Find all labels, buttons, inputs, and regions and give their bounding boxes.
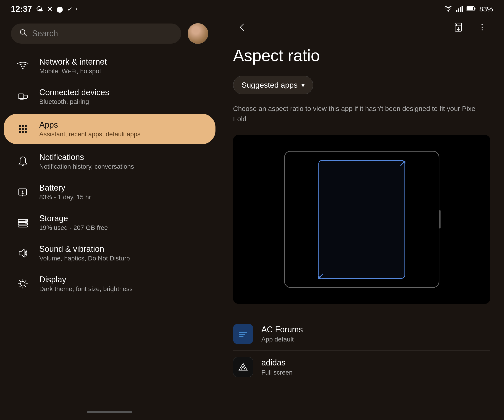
app-item-adidas[interactable]: adidas Full screen [233,350,490,384]
svg-line-42 [25,286,26,287]
svg-rect-12 [24,95,27,98]
apps-icon [15,121,31,137]
svg-point-24 [25,131,27,133]
svg-line-43 [25,281,26,282]
adidas-icon [233,357,253,377]
battery-status-icon [467,6,476,12]
sound-icon [15,245,31,261]
battery-percentage: 83% [479,5,493,13]
settings-item-display[interactable]: Display Dark theme, font size, brightnes… [4,268,216,299]
settings-item-apps[interactable]: Apps Assistant, recent apps, default app… [4,114,216,144]
svg-point-18 [25,125,27,127]
sound-subtitle: Volume, haptics, Do Not Disturb [39,255,130,262]
status-right: 83% [444,5,493,13]
svg-point-20 [22,128,24,130]
weather-icon: 🌤 [36,5,43,13]
app-list: AC Forums App default adidas [233,318,490,384]
nike-icon: ✓ [67,6,72,12]
connected-subtitle: Bluetooth, pairing [39,98,109,105]
battery-text-wrap: Battery 83% - 1 day, 15 hr [39,183,91,201]
ac-forums-status: App default [261,336,303,343]
notifications-title: Notifications [39,152,134,162]
settings-item-connected[interactable]: Connected devices Bluetooth, pairing [4,81,216,112]
svg-rect-55 [239,336,244,337]
display-title: Display [39,275,133,284]
network-subtitle: Mobile, Wi-Fi, hotspot [39,68,107,75]
svg-point-33 [26,220,27,221]
settings-list: Network & internet Mobile, Wi-Fi, hotspo… [0,51,219,407]
avatar[interactable] [188,23,208,44]
status-time: 12:37 [11,4,32,14]
svg-point-22 [19,131,21,133]
app-item-ac-forums[interactable]: AC Forums App default [233,318,490,350]
svg-rect-26 [26,191,27,193]
display-text: Display Dark theme, font size, brightnes… [39,275,133,293]
svg-rect-11 [18,94,24,98]
notifications-subtitle: Notification history, conversations [39,163,134,170]
svg-marker-35 [19,249,24,257]
search-placeholder: Search [32,29,173,38]
apps-subtitle: Assistant, recent apps, default apps [39,131,141,138]
back-button[interactable] [233,18,251,36]
connected-devices-icon [15,88,31,105]
storage-subtitle: 19% used - 207 GB free [39,224,108,231]
svg-point-51 [482,30,483,30]
svg-point-0 [448,10,449,12]
battery-icon [15,184,31,200]
search-bar[interactable]: Search [11,24,181,44]
connected-title: Connected devices [39,88,109,97]
svg-rect-54 [239,334,245,335]
header-actions [450,19,490,35]
sound-text: Sound & vibration Volume, haptics, Do No… [39,244,130,262]
left-panel: Search Network [0,16,219,420]
settings-item-sound[interactable]: Sound & vibration Volume, haptics, Do No… [4,238,216,268]
svg-point-49 [482,24,483,25]
display-icon [15,276,31,292]
x-twitter-icon: ✕ [47,6,52,13]
svg-line-9 [24,34,27,36]
search-icon [19,29,27,39]
home-indicator [87,411,132,413]
settings-item-battery[interactable]: Battery 83% - 1 day, 15 hr [4,177,216,207]
device-inner-frame [318,160,405,279]
status-left: 12:37 🌤 ✕ ⬤ ✓ • [11,4,77,14]
apps-title: Apps [39,120,141,130]
dot-icon: • [76,7,77,12]
adidas-name: adidas [261,358,293,367]
storage-title: Storage [39,214,108,223]
settings-item-network[interactable]: Network & internet Mobile, Wi-Fi, hotspo… [4,51,216,81]
svg-point-10 [22,68,24,69]
right-header [233,16,490,42]
svg-rect-2 [458,8,459,12]
ac-forums-text: AC Forums App default [261,325,303,343]
adidas-status: Full screen [261,369,293,376]
aspect-description: Choose an aspect ratio to view this app … [233,103,484,124]
svg-point-17 [22,125,24,127]
wifi-status-icon [444,6,452,13]
main-content: Search Network [0,16,504,420]
network-title: Network & internet [39,57,107,67]
svg-line-41 [20,281,21,282]
apps-text: Apps Assistant, recent apps, default app… [39,120,141,138]
status-bar: 12:37 🌤 ✕ ⬤ ✓ • [0,0,504,16]
svg-point-21 [25,128,27,130]
svg-rect-6 [474,8,475,10]
svg-line-29 [22,193,23,196]
svg-point-19 [19,128,21,130]
save-page-button[interactable] [450,19,467,35]
svg-point-23 [22,131,24,133]
home-indicator-wrap [0,407,219,415]
page-title: Aspect ratio [233,42,490,65]
svg-point-36 [21,282,25,286]
suggested-apps-dropdown[interactable]: Suggested apps ▾ [233,76,313,94]
avatar-image [188,23,208,44]
chevron-down-icon: ▾ [301,81,305,89]
more-options-button[interactable] [474,19,490,35]
sound-title: Sound & vibration [39,244,130,254]
settings-item-storage[interactable]: Storage 19% used - 207 GB free [4,207,216,238]
search-container: Search [0,21,219,51]
storage-text: Storage 19% used - 207 GB free [39,214,108,231]
bell-icon [15,153,31,170]
settings-item-notifications[interactable]: Notifications Notification history, conv… [4,146,216,177]
svg-rect-4 [462,6,463,12]
